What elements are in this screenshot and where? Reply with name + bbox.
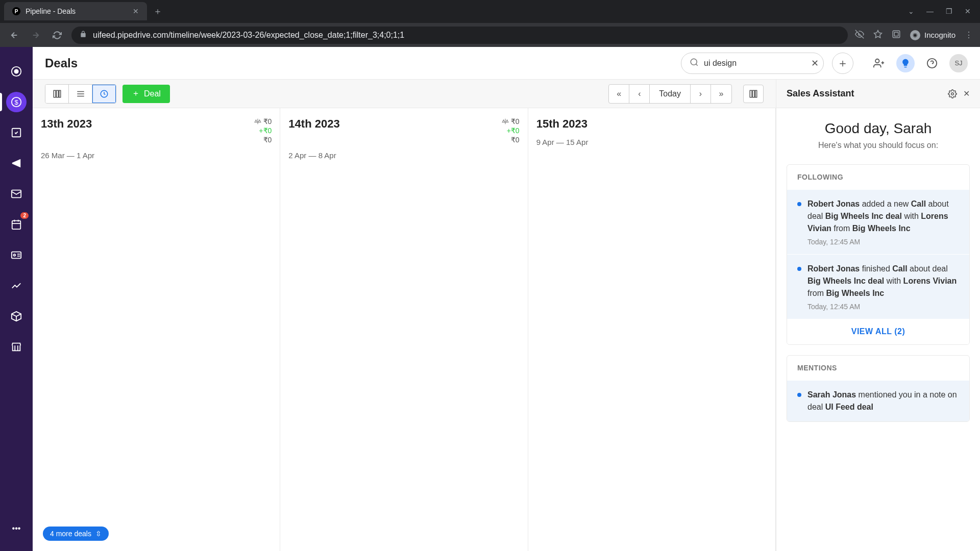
maximize-icon[interactable]: ❐ (946, 7, 952, 15)
sidebar-item-campaigns[interactable] (6, 153, 27, 173)
svg-rect-9 (12, 221, 21, 230)
week-title: 15th 2023 (536, 117, 587, 131)
deal-button-label: Deal (144, 89, 161, 98)
sidebar-item-contacts[interactable] (6, 245, 27, 265)
eye-off-icon[interactable] (855, 30, 864, 41)
chevron-down-icon[interactable]: ⌄ (908, 7, 914, 15)
svg-rect-19 (750, 90, 752, 97)
browser-tab[interactable]: P Pipeline - Deals ✕ (4, 2, 147, 20)
close-tab-icon[interactable]: ✕ (133, 7, 139, 15)
svg-point-4 (14, 69, 18, 73)
gear-icon[interactable] (948, 89, 957, 98)
forecast-view-button[interactable] (92, 85, 116, 103)
user-avatar[interactable]: SJ (949, 54, 968, 72)
next-button[interactable]: › (691, 85, 711, 103)
pipeline-view-button[interactable] (45, 85, 69, 103)
feed-item[interactable]: Sarah Jonas mentioned you in a note on d… (787, 380, 969, 421)
svg-rect-2 (894, 32, 898, 36)
sidebar-item-products[interactable] (6, 306, 27, 327)
clear-search-icon[interactable]: ✕ (811, 58, 819, 69)
star-icon[interactable] (873, 30, 883, 41)
invite-users-icon[interactable] (870, 54, 888, 72)
search-icon (690, 58, 699, 69)
toolbar: ＋Deal « ‹ Today › » (33, 80, 776, 108)
today-button[interactable]: Today (650, 85, 691, 103)
close-window-icon[interactable]: ✕ (965, 7, 971, 15)
timeline-grid: 13th 2023 ₹0 +₹0 ₹0 26 Mar — 1 Apr 14th … (33, 108, 776, 551)
forward-button[interactable] (29, 28, 43, 42)
minimize-icon[interactable]: ― (926, 7, 934, 15)
week-range: 2 Apr — 8 Apr (288, 151, 519, 160)
sidebar-more-button[interactable]: ••• (6, 518, 27, 539)
svg-rect-21 (755, 90, 757, 97)
feed-item[interactable]: Robert Jonas finished Call about deal Bi… (787, 254, 969, 319)
view-switcher (45, 84, 116, 104)
svg-marker-0 (874, 30, 882, 37)
page-title: Deals (45, 56, 78, 70)
url-text: uifeed.pipedrive.com/timeline/week/2023-… (93, 31, 840, 40)
list-view-button[interactable] (69, 85, 92, 103)
svg-rect-20 (753, 90, 755, 97)
jump-forward-button[interactable]: » (711, 85, 731, 103)
window-controls: ⌄ ― ❐ ✕ (908, 7, 980, 15)
view-all-button[interactable]: VIEW ALL (2) (787, 319, 969, 344)
svg-rect-17 (59, 90, 60, 97)
assistant-header: Sales Assistant ✕ (776, 80, 980, 108)
following-card: FOLLOWING Robert Jonas added a new Call … (787, 164, 970, 345)
favicon: P (12, 7, 20, 15)
sidebar-item-insights[interactable] (6, 276, 27, 296)
sidebar-item-mail[interactable] (6, 184, 27, 204)
sidebar-item-projects[interactable] (6, 122, 27, 143)
quick-add-button[interactable]: ＋ (832, 53, 853, 74)
sales-assistant-panel: Sales Assistant ✕ Good day, Sarah Here's… (776, 80, 980, 551)
extension-icon[interactable] (892, 30, 901, 41)
incognito-badge[interactable]: ◉ Incognito (910, 30, 955, 40)
week-range: 9 Apr — 15 Apr (536, 138, 767, 146)
scale-icon (502, 118, 509, 125)
assistant-toggle-button[interactable] (896, 54, 915, 72)
subgreeting: Here's what you should focus on: (787, 141, 970, 150)
greeting: Good day, Sarah (787, 120, 970, 137)
prev-button[interactable]: ‹ (629, 85, 650, 103)
unread-dot-icon (797, 267, 801, 271)
unread-dot-icon (797, 202, 801, 206)
topbar: Deals ✕ ＋ SJ (33, 47, 980, 80)
sidebar-item-leads[interactable] (6, 61, 27, 82)
reload-button[interactable] (50, 28, 64, 42)
week-column: 14th 2023 ₹0 +₹0 ₹0 2 Apr — 8 Apr (280, 108, 528, 551)
sidebar-item-deals[interactable]: $ (6, 92, 27, 112)
svg-point-22 (951, 92, 954, 95)
week-stats: ₹0 +₹0 ₹0 (502, 117, 520, 144)
card-heading: FOLLOWING (787, 165, 969, 189)
svg-rect-15 (54, 90, 56, 97)
svg-rect-1 (893, 31, 900, 38)
expand-icon: ⇳ (95, 530, 102, 538)
sidebar-item-activities[interactable]: 2 (6, 214, 27, 235)
tab-title: Pipeline - Deals (26, 7, 128, 15)
more-deals-button[interactable]: 4 more deals⇳ (43, 527, 109, 541)
assistant-body[interactable]: Good day, Sarah Here's what you should f… (776, 108, 980, 551)
svg-point-13 (875, 59, 879, 62)
help-icon[interactable] (923, 54, 941, 72)
week-stats: ₹0 +₹0 ₹0 (254, 117, 272, 144)
sidebar: $ 2 ••• (0, 47, 33, 551)
feed-item[interactable]: Robert Jonas added a new Call about deal… (787, 189, 969, 254)
search-box[interactable]: ✕ (681, 53, 824, 74)
plus-icon: ＋ (132, 88, 140, 99)
incognito-label: Incognito (924, 31, 955, 39)
url-input[interactable]: uifeed.pipedrive.com/timeline/week/2023-… (71, 27, 848, 44)
feed-text: Sarah Jonas mentioned you in a note on d… (807, 389, 959, 413)
back-button[interactable] (7, 28, 21, 42)
app-root: $ 2 ••• Deals ✕ ＋ SJ (0, 47, 980, 551)
week-title: 14th 2023 (288, 117, 339, 131)
sidebar-item-marketplace[interactable] (6, 337, 27, 357)
jump-back-button[interactable]: « (609, 85, 629, 103)
scale-icon (254, 118, 261, 125)
assistant-title: Sales Assistant (787, 88, 942, 99)
search-input[interactable] (704, 59, 806, 68)
add-deal-button[interactable]: ＋Deal (122, 85, 170, 103)
close-assistant-icon[interactable]: ✕ (963, 89, 970, 98)
menu-icon[interactable]: ⋮ (965, 30, 973, 40)
forecast-settings-button[interactable] (743, 85, 764, 103)
new-tab-button[interactable]: ＋ (153, 5, 162, 17)
